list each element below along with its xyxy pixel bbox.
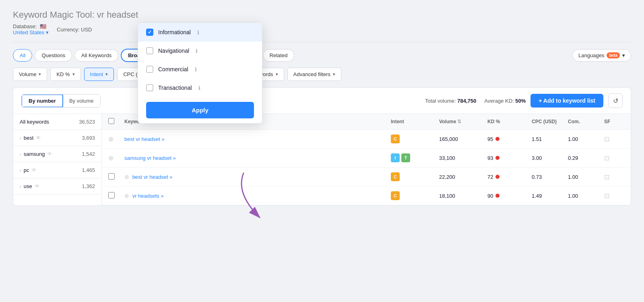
kd-indicator	[495, 194, 500, 198]
table-row: ⊕ vr headsets » C 18,100 90 1.49 1.00 ⊡	[102, 186, 631, 205]
filter-kd[interactable]: KD % ▾	[50, 68, 80, 81]
volume-cell: 165,000	[439, 136, 487, 142]
sidebar-use[interactable]: › use 👁 1,362	[13, 178, 101, 194]
tab-bar: All Questions All Keywords Broad Match P…	[13, 49, 631, 62]
sidebar-best[interactable]: › best 👁 3,693	[13, 130, 101, 146]
table-row: ⊕ best vr headset » C 22,200 72 0.73 1.0…	[102, 168, 631, 186]
toggle-by-number[interactable]: By number	[21, 94, 63, 108]
sf-cell[interactable]: ⊡	[604, 135, 624, 143]
header-intent: Intent	[391, 119, 439, 124]
info-icon: ℹ	[197, 29, 199, 35]
sf-cell[interactable]: ⊡	[604, 173, 624, 181]
tab-all[interactable]: All	[13, 49, 32, 62]
sf-cell[interactable]: ⊡	[604, 192, 624, 200]
eye-icon[interactable]: 👁	[35, 183, 40, 189]
filter-advanced[interactable]: Advanced filters ▾	[287, 68, 342, 81]
add-keyword-icon[interactable]: ⊕	[124, 192, 129, 199]
chevron-down-icon: ▾	[46, 29, 49, 35]
add-keyword-icon[interactable]: ⊕	[124, 174, 129, 180]
com-cell: 1.00	[568, 174, 604, 180]
languages-button[interactable]: Languages beta ▾	[572, 49, 631, 62]
toggle-by-volume[interactable]: By volume	[63, 95, 100, 107]
volume-cell: 22,200	[439, 174, 487, 180]
intent-badge-c: C	[391, 191, 400, 200]
chevron-down-icon: ▾	[39, 72, 41, 77]
kd-indicator	[495, 137, 500, 141]
total-volume-value: 784,750	[457, 98, 476, 104]
keyword-link[interactable]: best vr headset »	[132, 174, 173, 180]
sidebar-all-keywords-count: 36,523	[79, 119, 95, 125]
info-icon: ℹ	[196, 48, 198, 54]
row-checkbox[interactable]	[108, 192, 115, 199]
keyword-link[interactable]: vr headsets »	[132, 193, 164, 199]
dropdown-item-transactional[interactable]: Transactional ℹ	[138, 79, 262, 97]
intent-dropdown: ✓ Informational ℹ Navigational ℹ Commerc…	[138, 23, 262, 124]
expand-arrow-icon: ›	[20, 168, 21, 173]
sidebar-samsung[interactable]: › samsung 👁 1,542	[13, 146, 101, 162]
intent-badge-c: C	[391, 134, 400, 143]
chevron-down-icon: ▾	[72, 72, 75, 77]
database-link[interactable]: United States ▾	[13, 29, 49, 35]
sidebar-all-keywords[interactable]: All keywords 36,523	[13, 114, 101, 130]
header-checkbox[interactable]	[108, 118, 124, 125]
intent-badge-c: C	[391, 172, 400, 181]
info-icon: ℹ	[198, 85, 200, 91]
expand-arrow-icon: ›	[20, 152, 21, 157]
kd-cell: 93	[487, 155, 532, 161]
avg-kd-value: 50%	[515, 98, 526, 104]
dropdown-item-commercial[interactable]: Commercial ℹ	[138, 60, 262, 79]
dropdown-item-navigational[interactable]: Navigational ℹ	[138, 41, 262, 60]
sf-cell[interactable]: ⊡	[604, 154, 624, 162]
keyword-link[interactable]: best vr headset »	[124, 136, 165, 142]
kd-indicator	[495, 175, 500, 179]
cpc-cell: 1.51	[532, 136, 568, 142]
tab-all-keywords[interactable]: All Keywords	[74, 49, 118, 62]
refresh-button[interactable]: ↺	[608, 93, 623, 108]
header-sf: SF	[604, 119, 624, 124]
volume-cell: 33,100	[439, 155, 487, 161]
apply-button[interactable]: Apply	[146, 102, 254, 118]
sort-icon: ⇅	[457, 119, 461, 124]
volume-cell: 18,100	[439, 193, 487, 199]
row-checkbox[interactable]	[108, 173, 115, 180]
eye-icon[interactable]: 👁	[47, 151, 52, 157]
expand-arrow-icon: ›	[20, 136, 21, 141]
header-com: Com.	[568, 119, 604, 124]
keyword-link[interactable]: samsung vr headset »	[124, 155, 176, 161]
page-title: Keyword Magic Tool: vr headset	[13, 10, 631, 20]
chevron-down-icon: ▾	[276, 72, 278, 77]
header-volume[interactable]: Volume ⇅	[439, 119, 487, 124]
filter-intent[interactable]: Intent ▾	[84, 68, 114, 81]
table-row: ⊕ best vr headset » C 165,000 95 1.51 1.…	[102, 130, 631, 149]
flag-icon: 🇺🇸	[40, 23, 46, 29]
add-to-keyword-list-button[interactable]: + Add to keyword list	[530, 94, 603, 108]
cpc-cell: 3.00	[532, 155, 568, 161]
kd-indicator	[495, 156, 500, 160]
intent-badge-i: I	[391, 153, 400, 162]
intent-checkbox-commercial[interactable]	[146, 66, 153, 73]
com-cell: 1.00	[568, 136, 604, 142]
eye-icon[interactable]: 👁	[36, 135, 41, 141]
apply-btn-container: Apply	[138, 97, 262, 123]
dropdown-item-informational[interactable]: ✓ Informational ℹ	[138, 23, 262, 41]
tab-questions[interactable]: Questions	[35, 49, 72, 62]
intent-checkbox-navigational[interactable]	[146, 47, 153, 54]
expand-arrow-icon: ›	[20, 184, 21, 189]
add-keyword-icon[interactable]: ⊕	[108, 155, 114, 161]
sidebar-pc[interactable]: › pc 👁 1,465	[13, 162, 101, 178]
eye-icon[interactable]: 👁	[31, 167, 37, 173]
cpc-cell: 1.49	[532, 193, 568, 199]
add-keyword-icon[interactable]: ⊕	[108, 136, 114, 143]
kd-cell: 95	[487, 136, 532, 142]
table-row: ⊕ samsung vr headset » I T 33,100 93 3.0…	[102, 149, 631, 168]
beta-badge: beta	[607, 52, 620, 58]
filter-volume[interactable]: Volume ▾	[13, 68, 47, 81]
intent-checkbox-informational[interactable]: ✓	[146, 29, 153, 36]
refresh-icon: ↺	[613, 97, 618, 105]
com-cell: 0.29	[568, 155, 604, 161]
kd-cell: 72	[487, 174, 532, 180]
filter-bar: Volume ▾ KD % ▾ Intent ▾ CPC (USD) ▾ Inc…	[13, 68, 631, 81]
chevron-down-icon: ▾	[333, 72, 335, 77]
intent-checkbox-transactional[interactable]	[146, 84, 153, 91]
tab-related[interactable]: Related	[263, 49, 295, 62]
